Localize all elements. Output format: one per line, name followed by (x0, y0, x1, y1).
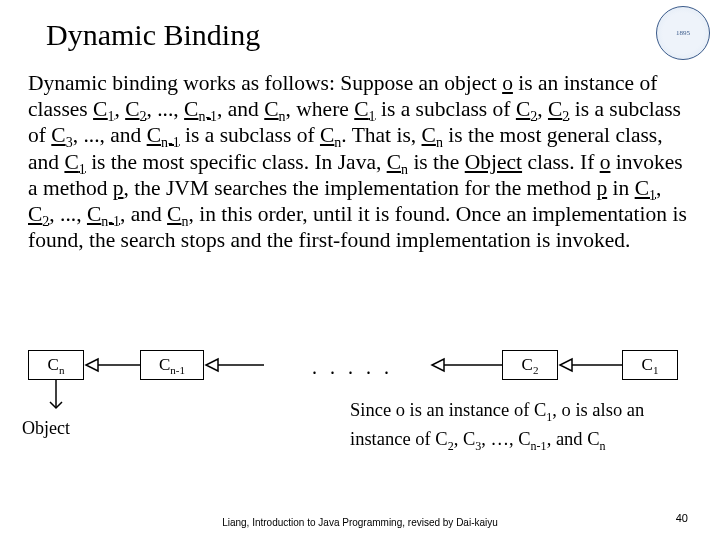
var-cn1: Cn-1 (184, 97, 217, 121)
svg-marker-5 (432, 359, 444, 371)
page-number: 40 (676, 512, 688, 524)
object-label: Object (22, 418, 70, 439)
object-connector (48, 380, 64, 416)
var-cn1: Cn-1 (87, 202, 120, 226)
box-cn1: Cn-1 (140, 350, 204, 380)
var-p: p (113, 176, 124, 200)
var-c2: C2 (548, 97, 569, 121)
var-c1: C1 (93, 97, 114, 121)
slide-title: Dynamic Binding (46, 18, 692, 52)
var-cn: Cn (167, 202, 188, 226)
text: , (114, 97, 125, 121)
svg-marker-7 (560, 359, 572, 371)
text: , ..., (146, 97, 184, 121)
object-class: Object (465, 150, 522, 174)
text: is a subclass of (180, 123, 320, 147)
inherit-arrow-icon (84, 354, 140, 376)
var-c2: C2 (125, 97, 146, 121)
body-paragraph: Dynamic binding works as follows: Suppos… (28, 70, 692, 254)
text: is the most specific class. In Java, (86, 150, 387, 174)
svg-marker-1 (86, 359, 98, 371)
text: , and (217, 97, 264, 121)
var-c1: C1 (354, 97, 375, 121)
box-cn: Cn (28, 350, 84, 380)
text: , the JVM searches the implementation fo… (124, 176, 597, 200)
var-c2: C2 (28, 202, 49, 226)
text: . That is, (341, 123, 421, 147)
var-c2: C2 (516, 97, 537, 121)
var-p: p (596, 176, 607, 200)
var-cn1: Cn-1 (147, 123, 180, 147)
var-cn: Cn (320, 123, 341, 147)
footer-citation: Liang, Introduction to Java Programming,… (0, 517, 720, 528)
university-logo: 1895 (656, 6, 710, 60)
var-o: o (502, 71, 513, 95)
inherit-arrow-icon (558, 354, 622, 376)
inherit-arrow-icon (204, 354, 264, 376)
text: in (607, 176, 634, 200)
inheritance-diagram: Cn Cn-1 C2 C1 . . . . . Object Since o i… (22, 340, 698, 460)
text: is a subclass of (376, 97, 516, 121)
text: , ..., (49, 202, 87, 226)
var-c1: C1 (635, 176, 656, 200)
var-c1: C1 (64, 150, 85, 174)
box-c2: C2 (502, 350, 558, 380)
text: is the (408, 150, 465, 174)
var-o: o (600, 150, 611, 174)
text: , where (286, 97, 355, 121)
text: , and (120, 202, 167, 226)
text: class. If (522, 150, 600, 174)
diagram-caption: Since o is an instance of C1, o is also … (350, 396, 700, 453)
var-cn: Cn (387, 150, 408, 174)
svg-marker-3 (206, 359, 218, 371)
var-c3: C3 (51, 123, 72, 147)
ellipsis: . . . . . (312, 356, 393, 379)
text: Dynamic binding works as follows: Suppos… (28, 71, 502, 95)
text: , ..., and (73, 123, 147, 147)
var-cn: Cn (422, 123, 443, 147)
logo-year: 1895 (676, 30, 690, 37)
box-c1: C1 (622, 350, 678, 380)
inherit-arrow-icon (430, 354, 502, 376)
text: , (537, 97, 548, 121)
var-cn: Cn (264, 97, 285, 121)
text: , (656, 176, 661, 200)
